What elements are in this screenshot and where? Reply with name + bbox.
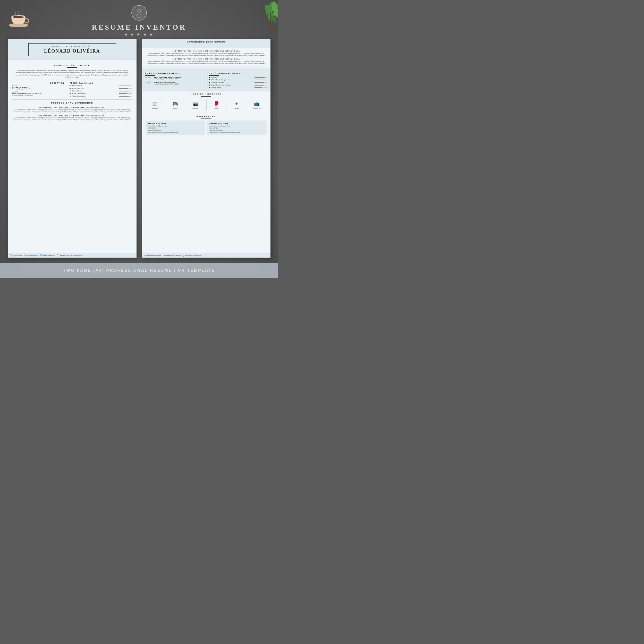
skill-name: Object-Oriented Methodologies — [211, 84, 253, 86]
skill-dot — [70, 88, 71, 89]
exp-text: Accounting manager with five years of ac… — [12, 109, 132, 113]
profile-divider — [67, 67, 77, 68]
prof-skill-item: Global Project Management — [209, 79, 268, 81]
person-name: LÉONARD OLIVÉIRA — [36, 48, 108, 54]
hobby-label: Travelling — [233, 107, 239, 109]
footer-email: ✉ yourmail@domain.com — [24, 254, 38, 256]
hobby-label: Photography — [192, 107, 199, 109]
skill-bar — [119, 91, 132, 91]
hobby-icon: 📷 — [193, 101, 199, 107]
tech-skill-item: Microsoft Powerpoint — [70, 95, 132, 97]
hobbies-row: 📰 Newspaper 🎮 Gaming 📷 Photography 🥊 Box… — [146, 98, 267, 112]
prof-skills-col: PROFESSIONAL SKILLS Creativity Global Pr… — [209, 70, 268, 89]
prof-skills-list: Creativity Global Project Management Com… — [209, 77, 268, 88]
hobbies-divider — [201, 96, 211, 97]
ref-phone: +123 4567 896 — [209, 127, 265, 129]
page2-header-divider — [201, 44, 211, 44]
skill-bar — [255, 85, 267, 86]
skill-bar-fill — [255, 77, 265, 78]
skill-bar-fill — [255, 82, 264, 83]
exp-item: JOB POSITION / TITLE, 2004 - 2009 || COM… — [146, 58, 267, 64]
skill-name: Adobe Dreamweaver — [72, 93, 117, 94]
footer-instagram: ig www.instagram.com/username — [183, 255, 201, 256]
exp-item: JOB POSITION / TITLE, 2004 - 2009 || COM… — [146, 50, 267, 56]
hobby-icon: 🎮 — [172, 101, 178, 107]
tech-skill-item: Adobe Dreamweaver — [70, 93, 132, 94]
footer-phone: 📞 +123 4567 8953 — [10, 254, 22, 256]
hobby-label: Gaming — [173, 107, 177, 109]
hobby-icon: 📺 — [254, 101, 260, 107]
skill-name: Microsoft Excell — [72, 90, 117, 92]
hobby-item: 📰 Newspaper — [152, 101, 158, 109]
award-item: July' 2017 VOLUNTEER RECOGNITION Institu… — [145, 82, 204, 85]
page1-footer: 📞 +123 4567 8953 ✉ yourmail@domain.com 🌐… — [8, 253, 137, 258]
skill-bar — [119, 96, 132, 97]
awards-divider — [145, 75, 155, 76]
location-icon: 📍 — [57, 254, 59, 256]
exp-job-title: JOB POSITION / TITLE, 2004 - 2009 || COM… — [12, 107, 132, 108]
instagram-icon: ig — [183, 255, 184, 256]
hobby-icon: 🥊 — [214, 101, 219, 107]
award-text: VOLUNTEER RECOGNITION Institute / Organi… — [154, 82, 179, 85]
tech-skills-col: TECHNICAL SKILLS Microsoft Word Adobe Ph… — [70, 82, 132, 98]
profile-text: I am a professionally qualified fire eng… — [12, 69, 132, 78]
exp-section-title: PROFESSIONAL EXPERIENCE — [12, 102, 132, 104]
ref-name: PERSON FULL NAME — [148, 123, 203, 124]
profile-section-title: PROFESSIONAL PROFILE — [12, 64, 132, 66]
award-text: BEST CUSTOMER SERVICE AWARD Institute / … — [154, 77, 181, 80]
prof-skill-item: Creativity — [209, 77, 268, 78]
page2-rule2 — [146, 113, 267, 113]
hobby-divider — [185, 100, 185, 110]
exp-text: Accounting manager with five years of ac… — [146, 52, 267, 56]
awards-list: Feb' 2004 BEST CUSTOMER SERVICE AWARD In… — [145, 77, 204, 85]
exp-text: Accounting manager with five years of ac… — [12, 117, 132, 121]
award-date: Feb' 2004 — [145, 77, 152, 78]
edu-skills-row: EDUCATION Feb' 2004 BACHELOR OF ARTS Uni… — [12, 82, 132, 98]
skill-dot — [209, 79, 210, 80]
hobby-item: 📷 Photography — [192, 101, 199, 109]
skill-bar-fill — [119, 91, 129, 91]
resume-page-1: DIRECTOR OF MARKETING LÉONARD OLIVÉIRA P… — [8, 39, 137, 258]
page2-experience-list: JOB POSITION / TITLE, 2004 - 2009 || COM… — [146, 50, 267, 64]
reference-card: PERSON FULL NAME General Manager || Comp… — [207, 121, 267, 135]
hobbies-title: HOBBIES / INTEREST — [146, 93, 267, 95]
tech-skill-item: Adobe Photoshop — [70, 88, 132, 89]
skill-bar-fill — [119, 96, 129, 97]
skill-name: Microsoft Powerpoint — [72, 95, 117, 97]
award-skills-row: AWARD / ACHIEVEMENTS Feb' 2004 BEST CUST… — [142, 68, 270, 91]
references-divider — [201, 118, 211, 119]
hobby-divider — [246, 100, 246, 110]
skill-dot — [209, 84, 210, 86]
references-title: REFERENCES — [146, 115, 267, 118]
skill-bar — [119, 86, 132, 86]
skill-name: Microsoft Word — [72, 85, 117, 87]
skill-name: Creativity — [211, 77, 253, 78]
tech-skills-title: TECHNICAL SKILLS — [70, 82, 132, 84]
edu-item-2: July' 2017 MASTERS IN COMPUTER TECHNOLOG… — [12, 91, 64, 96]
pages-container: DIRECTOR OF MARKETING LÉONARD OLIVÉIRA P… — [8, 39, 270, 258]
page2-header: EXPERIENCE (CONTINUED) — [142, 39, 270, 48]
skill-bar — [255, 77, 267, 78]
svg-point-7 — [138, 9, 141, 12]
skill-bar-fill — [255, 85, 264, 86]
edu-school-1: University / College / Institute Name — [12, 88, 64, 90]
hobby-icon: 📰 — [152, 101, 158, 107]
footer-facebook: f www.facebook.com/username — [144, 255, 161, 256]
hobby-label: Newspaper — [152, 107, 158, 109]
award-skills-sep — [206, 70, 206, 89]
page1-body: PROFESSIONAL PROFILE I am a professional… — [8, 60, 137, 125]
tech-skills-list: Microsoft Word Adobe Photoshop Microsoft… — [70, 85, 132, 97]
exp-divider — [67, 105, 77, 105]
col-separator — [67, 82, 67, 98]
hobby-item: ✈ Travelling — [233, 101, 239, 109]
page2-body: JOB POSITION / TITLE, 2004 - 2009 || COM… — [142, 48, 270, 137]
award-item: Feb' 2004 BEST CUSTOMER SERVICE AWARD In… — [145, 77, 204, 80]
skill-name: Adobe Photoshop — [72, 88, 117, 89]
reference-card: PERSON FULL NAME General Manager || Comp… — [146, 121, 205, 135]
header: RESUME INVENTOR ★ ★ ★ ★ ★ — [0, 5, 278, 43]
ref-email: yourmail@domain.com — [148, 129, 203, 131]
page2-header-title: EXPERIENCE (CONTINUED) — [147, 41, 265, 43]
name-box: DIRECTOR OF MARKETING LÉONARD OLIVÉIRA — [28, 43, 116, 56]
page1-experience-list: JOB POSITION / TITLE, 2004 - 2009 || COM… — [12, 107, 132, 121]
rule2 — [12, 99, 132, 100]
